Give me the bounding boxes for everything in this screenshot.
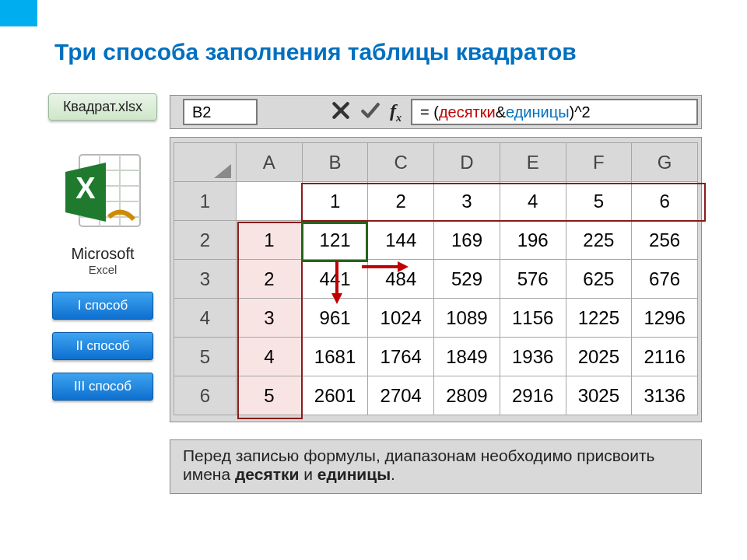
- cell[interactable]: 2116: [632, 338, 698, 376]
- name-box[interactable]: B2: [183, 99, 258, 125]
- cell[interactable]: 4: [500, 182, 566, 221]
- cell[interactable]: 1225: [566, 299, 632, 338]
- cell[interactable]: 121: [302, 221, 368, 260]
- cell[interactable]: [237, 182, 303, 221]
- cell[interactable]: 225: [566, 221, 632, 260]
- cell[interactable]: 1764: [368, 338, 434, 376]
- cell[interactable]: 1296: [632, 299, 698, 338]
- col-header[interactable]: G: [632, 143, 698, 182]
- cell[interactable]: 1: [302, 182, 368, 221]
- formula-input[interactable]: = (десятки & единицы)^2: [411, 99, 698, 125]
- cell[interactable]: 256: [632, 221, 698, 260]
- cell[interactable]: 1089: [434, 299, 500, 338]
- footer-bold: десятки: [235, 465, 299, 483]
- formula-bar: B2 fx = (десятки & единицы)^2: [170, 95, 702, 129]
- cell[interactable]: 3025: [566, 376, 632, 415]
- footer-text: .: [391, 465, 395, 483]
- app-label: Microsoft Excel: [48, 245, 157, 276]
- cell[interactable]: 144: [368, 221, 434, 260]
- footer-text: и: [299, 465, 317, 483]
- col-header[interactable]: F: [566, 143, 632, 182]
- footer-note: Перед записью формулы, диапазонам необхо…: [170, 439, 702, 494]
- col-header[interactable]: A: [237, 143, 303, 182]
- page-title: Три способа заполнения таблицы квадратов: [54, 39, 577, 65]
- row-header[interactable]: 1: [174, 182, 237, 221]
- formula-text: )^2: [570, 103, 591, 121]
- cell[interactable]: 1156: [500, 299, 566, 338]
- col-header[interactable]: E: [500, 143, 566, 182]
- cell[interactable]: 1936: [500, 338, 566, 376]
- row-header[interactable]: 4: [174, 299, 237, 338]
- select-all-corner[interactable]: [174, 143, 237, 182]
- row-header[interactable]: 2: [174, 221, 237, 260]
- excel-icon: X: [56, 144, 149, 237]
- cell[interactable]: 3: [434, 182, 500, 221]
- svg-text:X: X: [75, 172, 96, 205]
- cell[interactable]: 2809: [434, 376, 500, 415]
- cell[interactable]: 5: [566, 182, 632, 221]
- cell[interactable]: 484: [368, 260, 434, 299]
- formula-text: &: [496, 103, 506, 121]
- cell[interactable]: 1: [237, 221, 303, 260]
- cell[interactable]: 3136: [632, 376, 698, 415]
- cell[interactable]: 3: [237, 299, 303, 338]
- formula-bar-icons: fx: [326, 96, 411, 128]
- formula-red: десятки: [439, 103, 496, 121]
- cell[interactable]: 576: [500, 260, 566, 299]
- cell[interactable]: 2025: [566, 338, 632, 376]
- cell[interactable]: 2704: [368, 376, 434, 415]
- sidebar: Квадрат.xlsx X Microsoft Excel I способ …: [48, 93, 157, 413]
- row-header[interactable]: 5: [174, 338, 237, 376]
- cell[interactable]: 1024: [368, 299, 434, 338]
- cell[interactable]: 1849: [434, 338, 500, 376]
- cell[interactable]: 2: [368, 182, 434, 221]
- method-1-button[interactable]: I способ: [52, 292, 153, 320]
- cell[interactable]: 1681: [302, 338, 368, 376]
- row-header[interactable]: 3: [174, 260, 237, 299]
- enter-icon[interactable]: [360, 100, 381, 124]
- app-label-line2: Excel: [48, 263, 157, 276]
- sheet-table[interactable]: A B C D E F G 1 1 2 3 4 5 6 2 1 121: [174, 142, 698, 415]
- cell[interactable]: 196: [500, 221, 566, 260]
- main-panel: B2 fx = (десятки & единицы)^2 A B C: [170, 95, 702, 494]
- cell[interactable]: 625: [566, 260, 632, 299]
- accent-stripe: [0, 0, 37, 26]
- cell[interactable]: 961: [302, 299, 368, 338]
- cell[interactable]: 676: [632, 260, 698, 299]
- cell[interactable]: 6: [632, 182, 698, 221]
- cell[interactable]: 2601: [302, 376, 368, 415]
- cell[interactable]: 2916: [500, 376, 566, 415]
- cell[interactable]: 2: [237, 260, 303, 299]
- app-label-line1: Microsoft: [48, 245, 157, 263]
- file-badge[interactable]: Квадрат.xlsx: [48, 93, 157, 121]
- col-header[interactable]: D: [434, 143, 500, 182]
- cell[interactable]: 5: [237, 376, 303, 415]
- cell[interactable]: 529: [434, 260, 500, 299]
- cell[interactable]: 441: [302, 260, 368, 299]
- formula-blue: единицы: [506, 103, 570, 121]
- cell[interactable]: 169: [434, 221, 500, 260]
- col-header[interactable]: C: [368, 143, 434, 182]
- method-3-button[interactable]: III способ: [52, 373, 153, 401]
- cell[interactable]: 4: [237, 338, 303, 376]
- spreadsheet: A B C D E F G 1 1 2 3 4 5 6 2 1 121: [170, 137, 702, 422]
- cancel-icon[interactable]: [331, 100, 351, 124]
- method-2-button[interactable]: II способ: [52, 332, 153, 360]
- col-header[interactable]: B: [302, 143, 368, 182]
- formula-text: = (: [420, 103, 439, 121]
- fx-icon[interactable]: fx: [390, 100, 406, 124]
- footer-bold: единицы: [317, 465, 391, 483]
- row-header[interactable]: 6: [174, 376, 237, 415]
